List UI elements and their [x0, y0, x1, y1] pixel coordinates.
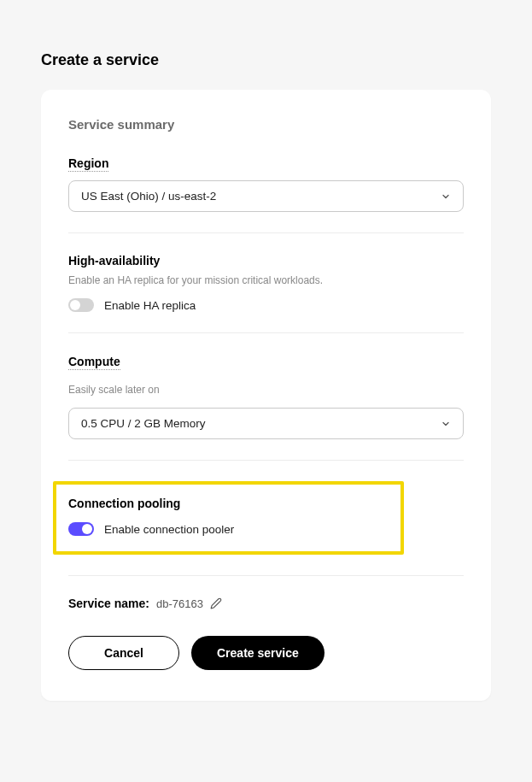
ha-toggle-label: Enable HA replica [104, 299, 196, 312]
compute-select[interactable]: 0.5 CPU / 2 GB Memory [68, 408, 464, 439]
ha-section: High-availability Enable an HA replica f… [68, 254, 464, 312]
pencil-icon[interactable] [210, 597, 222, 609]
chevron-down-icon [441, 419, 451, 429]
divider [68, 460, 464, 461]
region-label: Region [68, 156, 108, 172]
connection-pooling-highlight: Connection pooling Enable connection poo… [53, 481, 404, 555]
ha-subtext: Enable an HA replica for your mission cr… [68, 274, 464, 286]
ha-label: High-availability [68, 254, 464, 268]
compute-section: Compute Easily scale later on 0.5 CPU / … [68, 354, 464, 439]
create-service-button[interactable]: Create service [191, 636, 324, 670]
compute-label: Compute [68, 355, 120, 370]
compute-subtext: Easily scale later on [68, 384, 464, 396]
region-select[interactable]: US East (Ohio) / us-east-2 [68, 180, 464, 212]
divider [68, 332, 464, 333]
pooling-toggle[interactable] [68, 522, 94, 536]
ha-toggle[interactable] [68, 298, 94, 312]
divider [68, 232, 464, 233]
compute-selected-value: 0.5 CPU / 2 GB Memory [81, 417, 206, 430]
region-section: Region US East (Ohio) / us-east-2 [68, 156, 464, 212]
button-row: Cancel Create service [68, 636, 464, 670]
divider [68, 575, 464, 576]
page-title: Create a service [41, 51, 491, 69]
pooling-toggle-label: Enable connection pooler [104, 523, 234, 536]
service-summary-card: Service summary Region US East (Ohio) / … [41, 90, 491, 701]
cancel-button[interactable]: Cancel [68, 636, 179, 670]
service-name-label: Service name: [68, 597, 149, 610]
chevron-down-icon [441, 191, 451, 202]
service-name-row: Service name: db-76163 [68, 597, 464, 610]
pooling-label: Connection pooling [68, 497, 389, 510]
region-selected-value: US East (Ohio) / us-east-2 [81, 190, 216, 203]
service-name-value: db-76163 [156, 597, 203, 610]
summary-title: Service summary [68, 117, 464, 132]
